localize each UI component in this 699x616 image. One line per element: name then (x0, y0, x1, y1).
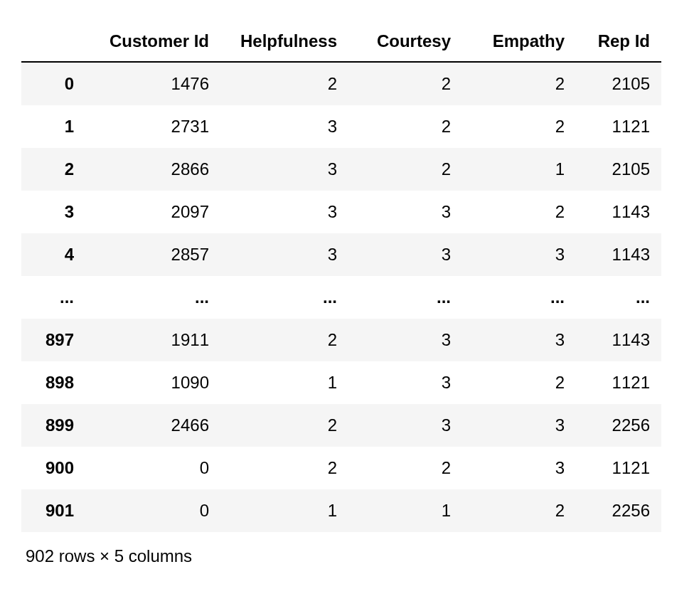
table-body: 0 1476 2 2 2 2105 1 2731 3 2 2 1121 2 28… (21, 62, 661, 532)
cell-helpfulness: 2 (220, 62, 348, 105)
cell-courtesy: ... (348, 276, 462, 319)
cell-helpfulness: 3 (220, 233, 348, 276)
cell-helpfulness: 1 (220, 489, 348, 532)
cell-courtesy: 3 (348, 361, 462, 404)
cell-helpfulness: 3 (220, 191, 348, 233)
row-index: 898 (21, 361, 85, 404)
table-row: 0 1476 2 2 2 2105 (21, 62, 661, 105)
cell-empathy: 2 (462, 489, 576, 532)
cell-courtesy: 2 (348, 447, 462, 489)
cell-helpfulness: 3 (220, 148, 348, 191)
dataframe-table: Customer Id Helpfulness Courtesy Empathy… (21, 21, 661, 532)
table-row: 2 2866 3 2 1 2105 (21, 148, 661, 191)
row-index: 900 (21, 447, 85, 489)
cell-customer-id: 1090 (85, 361, 220, 404)
cell-rep-id: 2256 (576, 489, 661, 532)
cell-empathy: 1 (462, 148, 576, 191)
cell-customer-id: 1911 (85, 319, 220, 361)
header-customer-id: Customer Id (85, 21, 220, 62)
ellipsis-row: ... ... ... ... ... ... (21, 276, 661, 319)
cell-courtesy: 3 (348, 233, 462, 276)
cell-helpfulness: 2 (220, 319, 348, 361)
cell-empathy: 2 (462, 191, 576, 233)
cell-customer-id: 2731 (85, 105, 220, 148)
cell-helpfulness: 2 (220, 447, 348, 489)
cell-empathy: 2 (462, 361, 576, 404)
cell-rep-id: 1143 (576, 233, 661, 276)
cell-rep-id: ... (576, 276, 661, 319)
cell-courtesy: 2 (348, 105, 462, 148)
cell-empathy: 3 (462, 447, 576, 489)
header-empathy: Empathy (462, 21, 576, 62)
header-rep-id: Rep Id (576, 21, 661, 62)
table-row: 897 1911 2 3 3 1143 (21, 319, 661, 361)
table-row: 1 2731 3 2 2 1121 (21, 105, 661, 148)
cell-empathy: ... (462, 276, 576, 319)
row-index: 0 (21, 62, 85, 105)
cell-helpfulness: ... (220, 276, 348, 319)
cell-rep-id: 1121 (576, 361, 661, 404)
cell-empathy: 3 (462, 233, 576, 276)
cell-courtesy: 2 (348, 148, 462, 191)
table-row: 898 1090 1 3 2 1121 (21, 361, 661, 404)
cell-customer-id: 2097 (85, 191, 220, 233)
cell-customer-id: 2866 (85, 148, 220, 191)
cell-courtesy: 3 (348, 191, 462, 233)
cell-rep-id: 1121 (576, 447, 661, 489)
cell-courtesy: 3 (348, 404, 462, 447)
header-blank (21, 21, 85, 62)
cell-rep-id: 1121 (576, 105, 661, 148)
row-index: ... (21, 276, 85, 319)
cell-customer-id: ... (85, 276, 220, 319)
row-index: 901 (21, 489, 85, 532)
header-courtesy: Courtesy (348, 21, 462, 62)
shape-summary: 902 rows × 5 columns (21, 546, 678, 566)
cell-customer-id: 0 (85, 447, 220, 489)
row-index: 897 (21, 319, 85, 361)
cell-customer-id: 1476 (85, 62, 220, 105)
table-row: 3 2097 3 3 2 1143 (21, 191, 661, 233)
header-helpfulness: Helpfulness (220, 21, 348, 62)
cell-empathy: 2 (462, 105, 576, 148)
table-row: 901 0 1 1 2 2256 (21, 489, 661, 532)
header-row: Customer Id Helpfulness Courtesy Empathy… (21, 21, 661, 62)
cell-rep-id: 2105 (576, 148, 661, 191)
cell-customer-id: 2857 (85, 233, 220, 276)
cell-helpfulness: 3 (220, 105, 348, 148)
table-row: 900 0 2 2 3 1121 (21, 447, 661, 489)
cell-helpfulness: 2 (220, 404, 348, 447)
cell-helpfulness: 1 (220, 361, 348, 404)
cell-rep-id: 1143 (576, 191, 661, 233)
row-index: 1 (21, 105, 85, 148)
cell-empathy: 2 (462, 62, 576, 105)
row-index: 4 (21, 233, 85, 276)
cell-courtesy: 1 (348, 489, 462, 532)
row-index: 3 (21, 191, 85, 233)
cell-rep-id: 1143 (576, 319, 661, 361)
cell-customer-id: 0 (85, 489, 220, 532)
cell-courtesy: 2 (348, 62, 462, 105)
row-index: 899 (21, 404, 85, 447)
cell-rep-id: 2256 (576, 404, 661, 447)
table-row: 4 2857 3 3 3 1143 (21, 233, 661, 276)
table-row: 899 2466 2 3 3 2256 (21, 404, 661, 447)
row-index: 2 (21, 148, 85, 191)
cell-empathy: 3 (462, 404, 576, 447)
cell-empathy: 3 (462, 319, 576, 361)
cell-customer-id: 2466 (85, 404, 220, 447)
cell-rep-id: 2105 (576, 62, 661, 105)
cell-courtesy: 3 (348, 319, 462, 361)
